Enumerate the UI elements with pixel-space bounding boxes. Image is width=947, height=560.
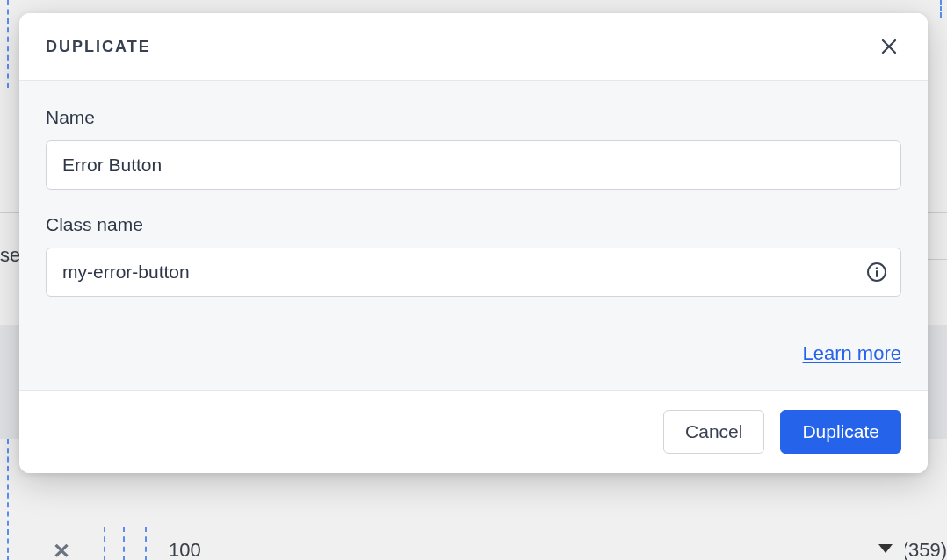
class-name-input-wrapper xyxy=(46,248,901,297)
bg-guide-line xyxy=(104,527,105,560)
svg-point-2 xyxy=(876,267,878,269)
name-label: Name xyxy=(46,107,901,128)
class-name-field-group: Class name xyxy=(46,214,901,297)
bg-phone-fragment: (359) 884-12-3 xyxy=(905,539,947,560)
caret-down-icon-background xyxy=(878,544,893,553)
modal-footer: Cancel Duplicate xyxy=(19,390,928,473)
cancel-button[interactable]: Cancel xyxy=(663,410,764,454)
name-field-group: Name xyxy=(46,107,901,190)
bg-text-fragment: se xyxy=(0,244,20,267)
duplicate-modal: DUPLICATE Name Class name xyxy=(19,13,928,473)
modal-header: DUPLICATE xyxy=(19,13,928,81)
class-name-label: Class name xyxy=(46,214,901,235)
learn-more-row: Learn more xyxy=(46,342,901,365)
bg-guide-line xyxy=(145,527,147,560)
class-name-input[interactable] xyxy=(46,248,901,297)
bg-guide-line xyxy=(123,527,125,560)
duplicate-button[interactable]: Duplicate xyxy=(780,410,901,454)
modal-body: Name Class name Learn more xyxy=(19,81,928,390)
bg-guide-line xyxy=(7,439,9,560)
modal-title: DUPLICATE xyxy=(46,38,151,56)
bg-guide-line xyxy=(7,0,9,88)
name-input[interactable] xyxy=(46,140,901,190)
close-icon-background: ✕ xyxy=(53,539,70,560)
info-icon[interactable] xyxy=(866,262,887,283)
bg-guide-line xyxy=(940,0,942,18)
bg-bottom-value: 100 xyxy=(169,539,201,560)
learn-more-link[interactable]: Learn more xyxy=(802,342,901,364)
close-icon xyxy=(878,36,900,57)
close-button[interactable] xyxy=(875,32,903,61)
